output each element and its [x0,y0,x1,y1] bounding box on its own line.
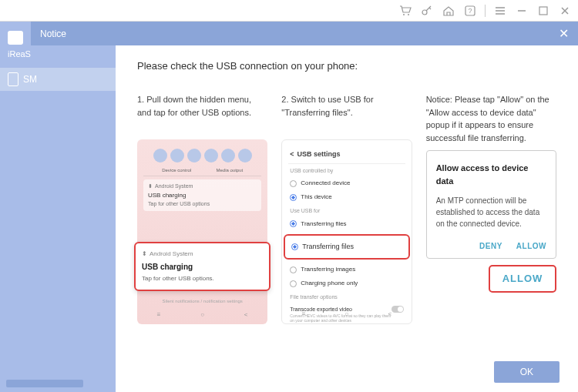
sidebar-item-sms[interactable]: SM [0,68,116,91]
transfer-highlight: Transferring files [284,234,409,260]
ok-button[interactable]: OK [494,361,560,383]
nav-bar: ≡○< [137,310,267,320]
usb-notification: ⬍Android System USB charging Tap for oth… [134,242,271,291]
allow-highlight: ALLOW [489,265,556,293]
step-3: Notice: Please tap "Allow" on the "Allow… [426,93,556,324]
dialog-title: Allow access to device data [436,162,546,187]
radio-icon [290,266,297,273]
step-3-text: Notice: Please tap "Allow" on the "Allow… [426,93,556,144]
close-icon[interactable] [558,4,572,18]
sidebar-footer [6,380,83,387]
qs-bt-icon [187,149,201,162]
notif-sub: Tap for other USB options. [142,274,263,283]
sidebar: iReaS SM [0,22,116,392]
step-1-mock: Device control Media output ⬍Android Sys… [137,139,267,324]
android-icon: ⬍ [142,250,147,259]
radio-on-icon [290,220,297,227]
notice-close-icon[interactable]: ✕ [559,26,569,41]
svg-point-0 [403,14,405,15]
sidebar-item-label: SM [23,74,37,85]
allow-button: ALLOW [516,240,546,252]
radio-icon [290,180,297,187]
divider [485,5,486,17]
radio-on-icon [291,243,298,250]
dialog-body: An MTP connection will be established to… [436,195,546,230]
titlebar: ? [0,0,578,22]
back-icon: < [290,149,294,160]
key-icon[interactable] [420,4,434,18]
step-1: 1. Pull down the hidden menu, and tap fo… [137,93,267,324]
home-icon[interactable] [442,4,455,18]
brand-text: iReaS [0,48,116,60]
deny-button: DENY [479,240,502,252]
step-2: 2. Switch to use USB for "Transferring f… [281,93,412,324]
notice-title: Notice [40,28,66,39]
svg-point-1 [408,14,409,15]
step-2-mock: <USB settings USB controlled by Connecte… [281,139,412,324]
svg-text:?: ? [468,7,472,15]
main-panel: Notice ✕ Please check the USB connection… [116,22,578,392]
svg-rect-5 [539,7,547,15]
step-1-text: 1. Pull down the hidden menu, and tap fo… [137,93,267,133]
help-icon[interactable]: ? [463,4,477,18]
allow-dialog: Allow access to device data An MTP conne… [426,150,556,259]
heading: Please check the USB connection on your … [137,60,556,72]
qs-torch-icon [238,149,252,162]
step-2-text: 2. Switch to use USB for "Transferring f… [281,93,412,133]
notif-title: USB charging [142,261,263,273]
qs-sound-icon [170,149,184,162]
menu-icon[interactable] [493,4,507,18]
qs-air-icon [221,149,235,162]
qs-rotate-icon [204,149,218,162]
logo-icon [8,31,23,45]
cart-icon[interactable] [398,4,412,18]
nav-bar: ≡○< [282,310,411,319]
minimize-icon[interactable] [515,4,529,18]
radio-on-icon [290,194,297,201]
qs-label: Device control [162,167,191,174]
notice-bar: Notice ✕ [31,22,578,45]
maximize-icon[interactable] [536,4,550,18]
qs-label: Media output [216,167,243,174]
radio-icon [290,280,297,287]
device-icon [8,72,18,86]
qs-wifi-icon [153,149,167,162]
